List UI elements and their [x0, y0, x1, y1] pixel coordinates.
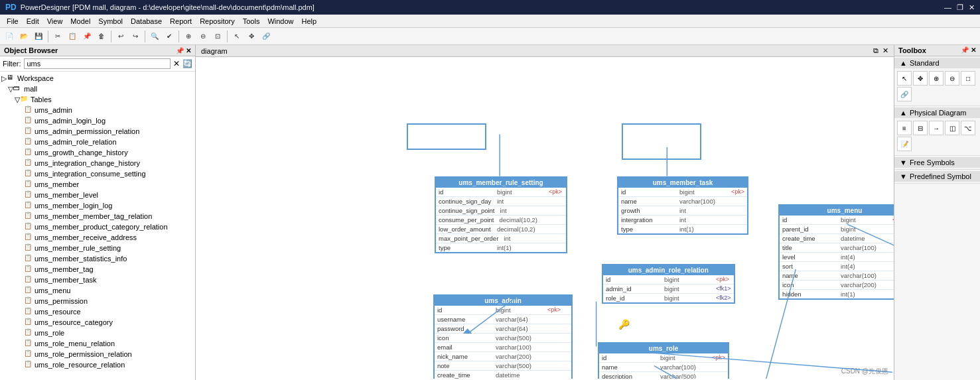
er-table-ums_admin_role_relation[interactable]: ums_admin_role_relation idbigint<pk> adm…	[602, 264, 735, 304]
tb-fit[interactable]: ⊡	[211, 30, 224, 43]
filter-input[interactable]	[24, 58, 171, 69]
menu-edit[interactable]: Edit	[23, 17, 43, 26]
zoom-in-tool[interactable]: ⊕	[929, 71, 944, 86]
tree-item-ums_member_member_tag_relation[interactable]: 📋 ums_member_member_tag_relation	[0, 211, 195, 222]
view-tool[interactable]: ◫	[945, 121, 959, 135]
restore-btn[interactable]: ❐	[957, 3, 963, 12]
tree-item-ums_menu[interactable]: 📋 ums_menu	[0, 285, 195, 296]
standard-section-header[interactable]: ▲ Standard	[894, 58, 980, 68]
filter-clear-icon[interactable]: ✕	[173, 59, 180, 68]
pointer-tool[interactable]: ↖	[897, 71, 912, 86]
diagram-area[interactable]: diagram ⧉ ✕	[196, 45, 894, 380]
tree-item-ums_resource_category[interactable]: 📋 ums_resource_category	[0, 317, 195, 328]
menu-view[interactable]: View	[43, 17, 67, 26]
er-table-ums_menu[interactable]: ums_menu idbigint<pk> parent_idbigint cr…	[778, 204, 894, 300]
table-icon: 📋	[24, 265, 33, 274]
ref-tool[interactable]: →	[929, 121, 944, 135]
menu-help[interactable]: Help	[298, 17, 321, 26]
tb-hand[interactable]: ✥	[245, 30, 258, 43]
filter-refresh-icon[interactable]: 🔄	[182, 59, 192, 68]
toolbox-section-predefined: ▼ Predefined Symbol	[894, 170, 980, 184]
tb-zoom-in[interactable]: ⊕	[182, 30, 195, 43]
table-label: ums_resource	[35, 308, 81, 316]
column-tool[interactable]: ⊟	[913, 121, 928, 135]
table-label: ums_role_resource_relation	[35, 361, 125, 369]
tree-item-ums_member_level[interactable]: 📋 ums_member_level	[0, 190, 195, 200]
diagram-canvas[interactable]: ums_member_rule_setting idbigint<pk> con…	[196, 57, 894, 379]
table-tool[interactable]: ≡	[897, 121, 912, 135]
tree-item-ums_member_rule_setting[interactable]: 📋 ums_member_rule_setting	[0, 243, 195, 253]
toolbox-controls[interactable]: 📌 ✕	[961, 46, 976, 54]
predefined-section-header[interactable]: ▼ Predefined Symbol	[894, 171, 980, 182]
menu-database[interactable]: Database	[127, 17, 166, 26]
tb-cut[interactable]: ✂	[51, 30, 64, 43]
diagram-float-btn[interactable]: ⧉	[873, 46, 878, 55]
tb-undo[interactable]: ↩	[114, 30, 127, 43]
tree-item-ums_member[interactable]: 📋 ums_member	[0, 179, 195, 190]
tb-delete[interactable]: 🗑	[95, 30, 108, 43]
table-icon: 📋	[24, 148, 33, 157]
tb-save[interactable]: 💾	[32, 30, 45, 43]
close-btn[interactable]: ✕	[969, 3, 975, 12]
tb-copy[interactable]: 📋	[66, 30, 79, 43]
menu-symbol[interactable]: Symbol	[94, 17, 127, 26]
proc-tool[interactable]: ⌥	[961, 121, 975, 135]
tb-link[interactable]: 🔗	[259, 30, 273, 43]
tree-item-ums_admin_role_relation[interactable]: 📋 ums_admin_role_relation	[0, 137, 195, 147]
er-table-ums_role[interactable]: ums_role idbigint<pk> namevarchar(100) d…	[598, 342, 729, 379]
tree-item-ums_admin_permission_relation[interactable]: 📋 ums_admin_permission_relation	[0, 126, 195, 137]
tree-item-ums_member_product_category_relation[interactable]: 📋 ums_member_product_category_relation	[0, 222, 195, 232]
ob-tree[interactable]: ▷ 🖥 Workspace ▽ 🗃 mall ▽ 📁 Tables 📋 ums_…	[0, 72, 195, 380]
menu-tools[interactable]: Tools	[239, 17, 264, 26]
tree-workspace[interactable]: ▷ 🖥 Workspace	[0, 73, 195, 84]
tree-item-ums_admin[interactable]: 📋 ums_admin	[0, 105, 195, 115]
tb-find[interactable]: 🔍	[148, 30, 161, 43]
er-table-ums_member_rule_setting[interactable]: ums_member_rule_setting idbigint<pk> con…	[435, 176, 567, 253]
tb-redo[interactable]: ↪	[129, 30, 142, 43]
zoom-out-tool[interactable]: ⊖	[945, 71, 959, 86]
tree-mall[interactable]: ▽ 🗃 mall	[0, 84, 195, 94]
physical-section-header[interactable]: ▲ Physical Diagram	[894, 107, 980, 118]
tb-check[interactable]: ✔	[163, 30, 176, 43]
tb-sep4	[178, 31, 179, 42]
tb-pointer[interactable]: ↖	[230, 30, 244, 43]
tree-item-ums_role_resource_relation[interactable]: 📋 ums_role_resource_relation	[0, 359, 195, 370]
er-table-ums_member_task[interactable]: ums_member_task idbigint<pk> namevarchar…	[617, 176, 748, 235]
tree-item-ums_resource[interactable]: 📋 ums_resource	[0, 306, 195, 317]
tb-open[interactable]: 📂	[17, 30, 31, 43]
menu-repository[interactable]: Repository	[196, 17, 239, 26]
tree-item-ums_member_task[interactable]: 📋 ums_member_task	[0, 275, 195, 285]
free-section-header[interactable]: ▼ Free Symbols	[894, 157, 980, 168]
tb-new[interactable]: 📄	[3, 30, 16, 43]
tree-item-ums_integration_change_history[interactable]: 📋 ums_integration_change_history	[0, 158, 195, 168]
tb-zoom-out[interactable]: ⊖	[196, 30, 210, 43]
tree-item-ums_integration_consume_setting[interactable]: 📋 ums_integration_consume_setting	[0, 168, 195, 179]
tree-item-ums_member_tag[interactable]: 📋 ums_member_tag	[0, 264, 195, 275]
menu-file[interactable]: File	[3, 17, 23, 26]
menu-window[interactable]: Window	[263, 17, 297, 26]
tb-paste[interactable]: 📌	[80, 30, 94, 43]
ob-pin-icon[interactable]: 📌 ✕	[176, 47, 191, 54]
tree-item-ums_member_receive_address[interactable]: 📋 ums_member_receive_address	[0, 232, 195, 243]
link-tool[interactable]: 🔗	[897, 87, 912, 101]
table-row: notevarchar(500)	[435, 361, 571, 371]
tree-tables[interactable]: ▽ 📁 Tables	[0, 94, 195, 105]
tree-item-ums_member_login_log[interactable]: 📋 ums_member_login_log	[0, 200, 195, 211]
tree-item-ums_growth_change_history[interactable]: 📋 ums_growth_change_history	[0, 147, 195, 158]
tree-item-ums_role_menu_relation[interactable]: 📋 ums_role_menu_relation	[0, 338, 195, 349]
er-table-ums_admin[interactable]: ums_admin idbigint<pk> usernamevarchar(6…	[433, 294, 573, 379]
tree-item-ums_role[interactable]: 📋 ums_role	[0, 328, 195, 338]
menu-report[interactable]: Report	[166, 17, 196, 26]
predefined-symbol-label: Predefined Symbol	[910, 172, 971, 180]
partial-table2	[622, 123, 701, 160]
tree-item-ums_member_statistics_info[interactable]: 📋 ums_member_statistics_info	[0, 253, 195, 264]
tree-item-ums_permission[interactable]: 📋 ums_permission	[0, 296, 195, 306]
note-tool[interactable]: 📝	[897, 137, 912, 151]
select-tool[interactable]: □	[961, 71, 975, 86]
tree-item-ums_role_permission_relation[interactable]: 📋 ums_role_permission_relation	[0, 349, 195, 359]
hand-tool[interactable]: ✥	[913, 71, 928, 86]
diagram-close-btn[interactable]: ✕	[882, 46, 888, 55]
minimize-btn[interactable]: —	[944, 3, 951, 12]
tree-item-ums_admin_login_log[interactable]: 📋 ums_admin_login_log	[0, 115, 195, 126]
menu-model[interactable]: Model	[66, 17, 94, 26]
